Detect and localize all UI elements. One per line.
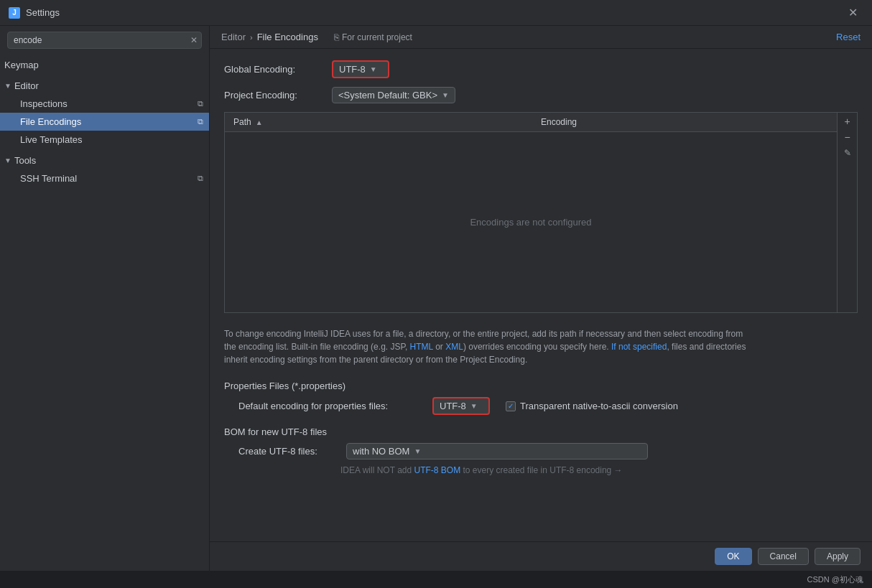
transparent-row: Transparent native-to-ascii conversion	[506, 401, 678, 411]
sidebar-item-keymap[interactable]: Keymap	[0, 56, 209, 74]
global-encoding-value: UTF-8	[339, 64, 366, 75]
global-encoding-label: Global Encoding:	[224, 64, 325, 75]
create-utf8-value: with NO BOM	[353, 446, 409, 457]
copy-icon-inspections: ⧉	[198, 99, 203, 108]
create-utf8-label: Create UTF-8 files:	[238, 446, 339, 457]
search-input[interactable]	[7, 32, 202, 49]
breadcrumb-arrow-icon: ›	[250, 33, 253, 42]
nav-section-editor: ▼ Editor Inspections ⧉ File Encodings ⧉ …	[0, 75, 209, 150]
create-utf8-row: Create UTF-8 files: with NO BOM ▼	[224, 443, 858, 459]
sidebar-label-keymap: Keymap	[4, 60, 39, 70]
copy-icon-file-encodings: ⧉	[198, 117, 203, 126]
sidebar-item-tools[interactable]: ▼ Tools	[0, 151, 209, 169]
info-line1: To change encoding IntelliJ IDEA uses fo…	[224, 329, 743, 339]
project-encoding-value: <System Default: GBK>	[338, 90, 437, 101]
global-encoding-dropdown[interactable]: UTF-8 ▼	[332, 60, 389, 78]
sidebar-label-editor: Editor	[14, 80, 39, 91]
breadcrumb-current: File Encodings	[257, 32, 318, 42]
reset-button[interactable]: Reset	[836, 32, 861, 42]
project-encoding-row: Project Encoding: <System Default: GBK> …	[224, 87, 858, 103]
sidebar-item-live-templates[interactable]: Live Templates	[0, 131, 209, 149]
encoding-table-container: Path ▲ Encoding Encodings are not config…	[224, 112, 858, 313]
table-header: Path ▲ Encoding	[225, 113, 837, 132]
xml-link[interactable]: XML	[445, 342, 463, 352]
idea-note: IDEA will NOT add UTF-8 BOM to every cre…	[224, 465, 858, 475]
properties-encoding-dropdown-arrow: ▼	[470, 402, 478, 410]
ok-button[interactable]: OK	[715, 548, 751, 565]
close-button[interactable]: ✕	[843, 3, 863, 22]
breadcrumb-parent: Editor	[221, 32, 246, 42]
sidebar-label-tools: Tools	[14, 155, 36, 166]
tools-arrow-icon: ▼	[4, 157, 11, 164]
watermark-label: CSDN @初心魂	[807, 574, 863, 585]
sidebar-label-live-templates: Live Templates	[20, 134, 82, 145]
sort-arrow-icon: ▲	[256, 118, 263, 126]
sidebar-label-file-encodings: File Encodings	[20, 116, 81, 127]
idea-note-prefix: IDEA will NOT add	[340, 465, 414, 475]
sidebar: ✕ Keymap ▼ Editor Inspections ⧉ File Enc…	[0, 26, 210, 571]
info-text: To change encoding IntelliJ IDEA uses fo…	[224, 322, 858, 372]
properties-section: Properties Files (*.properties) Default …	[224, 381, 858, 415]
edit-encoding-button[interactable]: ✎	[840, 146, 855, 160]
window-title: Settings	[26, 7, 843, 18]
html-link[interactable]: HTML	[410, 342, 433, 352]
nav-section-keymap: Keymap	[0, 55, 209, 75]
utf8-bom-link[interactable]: UTF-8 BOM	[414, 465, 460, 475]
default-encoding-label: Default encoding for properties files:	[238, 401, 425, 411]
table-side-actions: + − ✎	[837, 113, 857, 312]
nav-section-tools: ▼ Tools SSH Terminal ⧉	[0, 150, 209, 189]
idea-note-suffix: to every created file in UTF-8 encoding …	[460, 465, 622, 475]
info-line2: the encoding list. Built-in file encodin…	[224, 342, 746, 352]
transparent-label: Transparent native-to-ascii conversion	[520, 401, 678, 411]
add-encoding-button[interactable]: +	[840, 114, 855, 129]
settings-body: Global Encoding: UTF-8 ▼ Project Encodin…	[210, 49, 872, 541]
bottom-bar: CSDN @初心魂	[0, 571, 872, 588]
sidebar-item-inspections[interactable]: Inspections ⧉	[0, 95, 209, 113]
app-icon: J	[9, 7, 20, 19]
properties-encoding-dropdown[interactable]: UTF-8 ▼	[432, 397, 490, 415]
create-utf8-dropdown-arrow: ▼	[414, 447, 421, 455]
transparent-checkbox[interactable]	[506, 401, 516, 411]
table-body: Encodings are not configured	[225, 132, 837, 312]
create-utf8-dropdown[interactable]: with NO BOM ▼	[346, 443, 648, 459]
project-label: ⎘ For current project	[334, 32, 412, 42]
global-encoding-row: Global Encoding: UTF-8 ▼	[224, 60, 858, 78]
sidebar-label-inspections: Inspections	[20, 98, 68, 109]
title-bar: J Settings ✕	[0, 0, 872, 26]
if-not-specified-link[interactable]: If not specified	[611, 342, 667, 352]
sidebar-item-ssh-terminal[interactable]: SSH Terminal ⧉	[0, 169, 209, 187]
search-box: ✕	[7, 32, 202, 49]
bom-section: BOM for new UTF-8 files Create UTF-8 fil…	[224, 426, 858, 475]
col-encoding: Encoding	[541, 117, 828, 127]
project-encoding-dropdown-arrow: ▼	[442, 91, 449, 99]
sidebar-label-ssh-terminal: SSH Terminal	[20, 173, 77, 184]
col-path: Path ▲	[233, 117, 541, 127]
info-line3: inherit encoding settings from the paren…	[224, 355, 527, 365]
empty-table-message: Encodings are not configured	[470, 217, 591, 228]
content-area: Editor › File Encodings ⎘ For current pr…	[210, 26, 872, 571]
sidebar-item-file-encodings[interactable]: File Encodings ⧉	[0, 113, 209, 131]
project-encoding-dropdown[interactable]: <System Default: GBK> ▼	[332, 87, 455, 103]
project-icon: ⎘	[334, 32, 339, 42]
bom-title: BOM for new UTF-8 files	[224, 426, 858, 437]
cancel-button[interactable]: Cancel	[758, 548, 809, 565]
dialog-buttons: OK Cancel Apply	[210, 541, 872, 571]
properties-encoding-value: UTF-8	[440, 401, 466, 411]
content-header: Editor › File Encodings ⎘ For current pr…	[210, 26, 872, 49]
breadcrumb: Editor › File Encodings ⎘ For current pr…	[221, 32, 836, 42]
global-encoding-dropdown-arrow: ▼	[370, 65, 377, 73]
apply-button[interactable]: Apply	[815, 548, 861, 565]
encoding-table: Path ▲ Encoding Encodings are not config…	[225, 113, 837, 312]
project-encoding-label: Project Encoding:	[224, 90, 325, 101]
properties-encoding-row: Default encoding for properties files: U…	[224, 397, 858, 415]
clear-search-icon[interactable]: ✕	[190, 35, 198, 45]
main-layout: ✕ Keymap ▼ Editor Inspections ⧉ File Enc…	[0, 26, 872, 571]
remove-encoding-button[interactable]: −	[840, 130, 855, 144]
editor-arrow-icon: ▼	[4, 82, 11, 90]
sidebar-item-editor[interactable]: ▼ Editor	[0, 77, 209, 95]
copy-icon-ssh-terminal: ⧉	[198, 174, 203, 183]
properties-title: Properties Files (*.properties)	[224, 381, 858, 391]
